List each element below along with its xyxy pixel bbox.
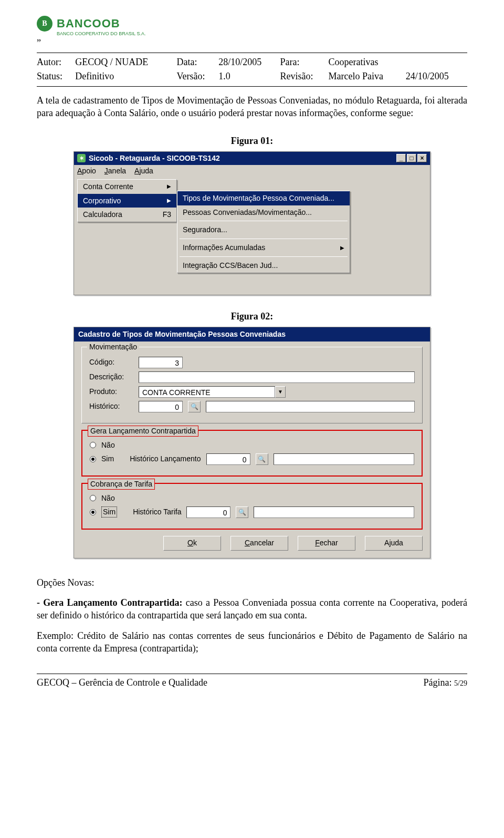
- radio-sim-tarifa-label: Sim: [101, 506, 117, 518]
- produto-combo[interactable]: CONTA CORRENTE: [139, 386, 275, 398]
- descricao-input[interactable]: [139, 371, 415, 383]
- group-movimentacao-legend: Movimentação: [87, 342, 139, 352]
- menu-ajuda[interactable]: Ajuda: [134, 166, 153, 176]
- menu-item-info-acumuladas[interactable]: Informações Acumuladas▶: [177, 241, 350, 255]
- revisao-value: Marcelo Paiva: [329, 69, 406, 83]
- para-value: Cooperativas: [329, 55, 406, 69]
- menubar: AApoiopoio Janela Ajuda: [74, 165, 430, 179]
- menu-item-corporativo[interactable]: Corporativo▶: [78, 194, 176, 208]
- menu-janela[interactable]: Janela: [104, 166, 126, 176]
- hist-tarifa-desc-input[interactable]: [254, 506, 414, 518]
- document-meta: Autor: GECOQ / NUADE Data: 28/10/2005 Pa…: [37, 55, 467, 83]
- historico-label: Histórico:: [89, 401, 133, 411]
- descricao-label: Descrição:: [89, 372, 133, 382]
- menu-item-calculadora[interactable]: CalculadoraF3: [78, 208, 176, 222]
- radio-nao-tarifa[interactable]: [90, 495, 96, 501]
- group-movimentacao: Movimentação Código: 3 Descrição: Produt…: [81, 347, 423, 423]
- close-button[interactable]: ×: [417, 154, 427, 162]
- menu-item-conta-corrente[interactable]: Conta Corrente▶: [78, 180, 176, 194]
- group-tarifa: Cobrança de Tarifa Não Sim Histórico Tar…: [81, 483, 423, 530]
- footer-left: GECOQ – Gerência de Controle e Qualidade: [37, 676, 207, 689]
- binoculars-icon[interactable]: 🔍: [256, 453, 268, 465]
- chevron-down-icon[interactable]: ▼: [275, 386, 286, 398]
- app-icon: ✶: [77, 154, 86, 162]
- stray-quote: ”: [37, 37, 467, 49]
- revisao-label: Revisão:: [280, 69, 329, 83]
- opcoes-example: Exemplo: Crédito de Salário nas contas c…: [37, 629, 467, 655]
- close-button[interactable]: Fechar: [298, 536, 355, 551]
- dialog-title: Cadastro de Tipos de Movimentação Pessoa…: [74, 327, 430, 342]
- menu-divider: [180, 221, 348, 221]
- radio-nao-label: Não: [101, 440, 115, 450]
- status-value: Definitivo: [75, 69, 176, 83]
- group-contrapartida: Gera Lançamento Contrapartida Não Sim Hi…: [81, 430, 423, 477]
- figure-2-label: Figura 02:: [37, 310, 467, 323]
- header-divider: [37, 53, 467, 53]
- group-contrapartida-legend: Gera Lançamento Contrapartida: [88, 426, 198, 437]
- menu-item-pessoas-conv[interactable]: Pessoas Conveniadas/Movimentação...: [177, 205, 350, 220]
- para-label: Para:: [280, 55, 329, 69]
- logo-badge-icon: B: [37, 16, 52, 32]
- versao-label: Versão:: [176, 69, 218, 83]
- binoculars-icon[interactable]: 🔍: [236, 506, 248, 518]
- menu-item-seguradora[interactable]: Seguradora...: [177, 223, 350, 237]
- status-label: Status:: [37, 69, 75, 83]
- menu-divider: [180, 239, 348, 239]
- footer-page-label: Página:: [424, 677, 455, 688]
- submenu-apoio: Conta Corrente▶ Corporativo▶ Calculadora…: [77, 179, 177, 223]
- codigo-input[interactable]: 3: [139, 357, 183, 368]
- chevron-right-icon: ▶: [167, 183, 171, 190]
- logo-text: BANCOOB: [57, 16, 120, 32]
- page-footer: GECOQ – Gerência de Controle e Qualidade…: [37, 674, 467, 689]
- codigo-label: Código:: [89, 357, 133, 367]
- radio-sim-tarifa[interactable]: [90, 509, 96, 515]
- intro-paragraph: A tela de cadastramento de Tipos de Movi…: [37, 94, 467, 120]
- submenu-corporativo: Tipos de Movimentação Pessoa Conveniada.…: [177, 191, 350, 273]
- menu-divider: [180, 256, 348, 257]
- footer-page-value: 5/29: [454, 679, 467, 687]
- hist-lanc-input[interactable]: 0: [206, 453, 250, 465]
- window-title: Sicoob - Retaguarda - SICOOB-TS142: [89, 153, 220, 163]
- logo-subtitle: BANCO COOPERATIVO DO BRASIL S.A.: [57, 30, 467, 37]
- menu-item-integracao-ccs[interactable]: Integração CCS/Bacen Jud...: [177, 258, 350, 273]
- chevron-right-icon: ▶: [340, 244, 344, 252]
- window-titlebar: ✶ Sicoob - Retaguarda - SICOOB-TS142 _ □…: [74, 152, 430, 165]
- menu-apoio[interactable]: AApoiopoio: [77, 166, 96, 176]
- meta-divider: [37, 86, 467, 87]
- menu-item-tipos-mov[interactable]: Tipos de Movimentação Pessoa Conveniada.…: [177, 191, 350, 205]
- data-value: 28/10/2005: [218, 55, 280, 69]
- cancel-button[interactable]: Cancelar: [230, 536, 288, 551]
- versao-value: 1.0: [218, 69, 280, 83]
- help-button[interactable]: Ajuda: [365, 536, 423, 551]
- autor-value: GECOQ / NUADE: [75, 55, 176, 69]
- binoculars-icon[interactable]: 🔍: [188, 401, 201, 412]
- group-tarifa-legend: Cobrança de Tarifa: [88, 479, 155, 490]
- historico-input[interactable]: 0: [139, 401, 183, 412]
- figure-1-label: Figura 01:: [37, 135, 467, 147]
- opcoes-item: - Gera Lançamento Contrapartida: caso a …: [37, 596, 467, 622]
- data-label: Data:: [176, 55, 218, 69]
- historico-desc-input[interactable]: [206, 401, 415, 412]
- hist-lanc-label: Histórico Lançamento: [130, 454, 201, 464]
- produto-label: Produto:: [89, 387, 133, 397]
- hist-tarifa-input[interactable]: 0: [186, 506, 230, 518]
- revisao-data: 24/10/2005: [406, 69, 467, 83]
- chevron-right-icon: ▶: [167, 197, 171, 204]
- minimize-button[interactable]: _: [396, 154, 406, 162]
- hist-lanc-desc-input[interactable]: [274, 453, 414, 465]
- radio-sim-contra[interactable]: [90, 456, 96, 462]
- figure-2-dialog: Cadastro de Tipos de Movimentação Pessoa…: [74, 327, 430, 558]
- autor-label: Autor:: [37, 55, 75, 69]
- radio-nao-contra[interactable]: [90, 442, 96, 448]
- opcoes-title: Opções Novas:: [37, 576, 467, 589]
- ok-button[interactable]: Ok: [163, 536, 221, 551]
- maximize-button[interactable]: □: [407, 154, 416, 162]
- brand-logo: B BANCOOB: [37, 16, 467, 32]
- hist-tarifa-label: Histórico Tarifa: [133, 507, 181, 517]
- radio-sim-label: Sim: [101, 454, 114, 464]
- figure-1-window: ✶ Sicoob - Retaguarda - SICOOB-TS142 _ □…: [74, 151, 430, 295]
- radio-nao-tarifa-label: Não: [101, 493, 115, 503]
